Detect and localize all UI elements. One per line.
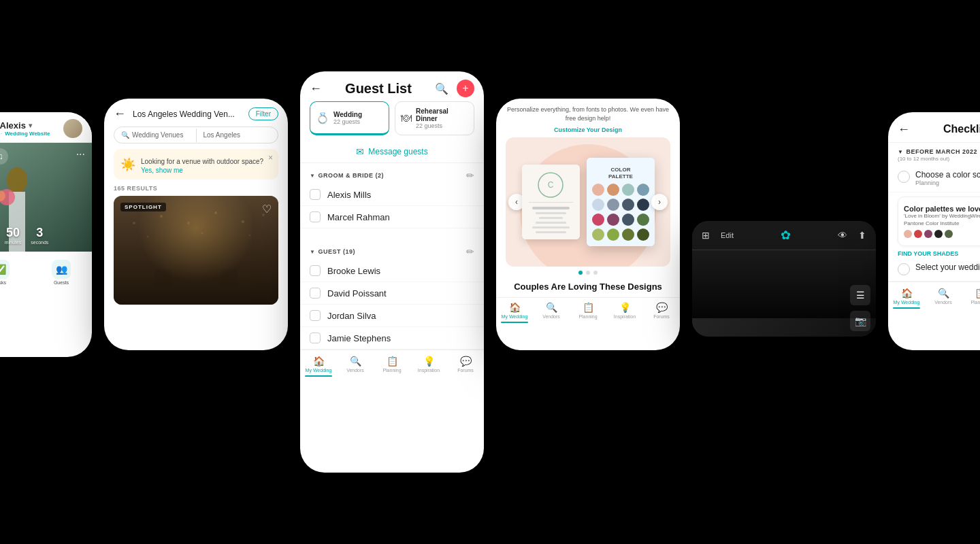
dot-3[interactable] [593, 271, 598, 275]
nav-forums[interactable]: 💬 Forums [447, 354, 484, 378]
vendors-icon: 🔍 [350, 356, 361, 367]
nav-vendors-c[interactable]: 🔍 Vendors [925, 286, 962, 310]
inspiration-bulb-icon: 💡 [619, 302, 631, 313]
guest-name: Marcel Rahman [327, 212, 390, 222]
color-swatch-4 [934, 230, 943, 238]
close-icon[interactable]: × [268, 153, 273, 163]
palette-title: Color palettes we love [904, 205, 980, 213]
minutes-counter: 50 minutes [5, 226, 22, 245]
photo-toolbar: ⊞ Edit ✿ 👁 ⬆ [692, 221, 876, 250]
guest-header: ← Guest List 🔍 + [300, 71, 484, 101]
nav-tasks[interactable]: ✅ Tasks [0, 257, 31, 288]
outdoor-text: Looking for a venue with outdoor space? [141, 158, 263, 165]
guest-item-jordan[interactable]: Jordan Silva [300, 305, 484, 327]
guest-item-jamie[interactable]: Jamie Stephens [300, 327, 484, 350]
nav-inspiration-w[interactable]: 💡 Inspiration [606, 301, 643, 324]
back-arrow-icon[interactable]: ← [114, 107, 126, 121]
guest-item-marcel[interactable]: Marcel Rahman [300, 206, 484, 228]
share-icon[interactable]: ⬆ [858, 230, 866, 241]
palette-sub: 'Love in Bloom' by WeddingWire x Pantone… [904, 213, 980, 227]
wedding-website-link[interactable]: Wedding Website [5, 131, 50, 137]
wedding-event-name: Wedding [333, 111, 362, 118]
add-guest-button[interactable]: + [457, 80, 474, 97]
svg-rect-37 [637, 184, 649, 196]
forums-chat-icon: 💬 [656, 302, 668, 313]
carousel-indicators [496, 267, 680, 279]
filter-button[interactable]: Filter [248, 107, 278, 120]
heart-icon[interactable]: ♡ [262, 203, 272, 216]
carousel-next-button[interactable]: › [651, 194, 668, 210]
avatar[interactable] [63, 119, 82, 138]
guest-item-brooke[interactable]: Brooke Lewis [300, 260, 484, 282]
tasks-icon: ✅ [0, 260, 10, 279]
nav-vendors-w[interactable]: 🔍 Vendors [533, 301, 570, 324]
guest-name: David Poissant [327, 288, 387, 299]
dot-2[interactable] [586, 271, 590, 275]
guest-checkbox[interactable] [310, 333, 321, 343]
svg-rect-24 [529, 202, 573, 203]
dot-1[interactable] [578, 271, 583, 275]
hero-dots-icon[interactable]: ··· [76, 148, 85, 160]
message-guests-button[interactable]: ✉ Message guests [300, 141, 484, 163]
venue-image [114, 196, 278, 305]
guest-name: Jamie Stephens [327, 333, 391, 343]
back-arrow-icon[interactable]: ← [898, 122, 910, 137]
nav-planning-w[interactable]: 📋 Planning [570, 301, 606, 324]
venue-search-field[interactable]: 🔍 Wedding Venues [114, 127, 196, 143]
couple-name[interactable]: Marc & Alexis ▾ [0, 120, 32, 131]
guest-checkbox[interactable] [310, 288, 321, 299]
wedding-event-card[interactable]: 💍 Wedding 22 guests [310, 101, 389, 135]
nav-guests[interactable]: 👥 Guests [31, 257, 92, 288]
nav-planning-c[interactable]: 📋 Planning [962, 286, 980, 310]
rehearsal-guest-count: 22 guests [416, 122, 468, 129]
nav-inspiration[interactable]: 💡 Inspiration [410, 354, 447, 378]
search-bar: 🔍 Wedding Venues Los Angeles [114, 126, 278, 143]
palette-colors [904, 230, 980, 238]
photo-side-controls: ☰ 📷 [845, 279, 876, 337]
nav-planning[interactable]: 📋 Planning [374, 354, 410, 378]
outdoor-link[interactable]: Yes, show me [141, 167, 263, 174]
guest-checkbox[interactable] [310, 211, 321, 222]
active-nav-indicator [501, 322, 528, 323]
svg-rect-42 [592, 214, 604, 226]
photo-screen: ⊞ Edit ✿ 👁 ⬆ [692, 221, 876, 337]
eye-icon[interactable]: 👁 [838, 230, 847, 241]
nav-forums-w[interactable]: 💬 Forums [643, 301, 680, 324]
guest-checkbox[interactable] [310, 310, 321, 321]
guest-checkbox[interactable] [310, 265, 321, 276]
location-field[interactable]: Los Angeles [197, 127, 278, 143]
nav-my-wedding-c[interactable]: 🏠 My Wedding [888, 286, 925, 310]
svg-rect-38 [592, 199, 604, 211]
menu-icon[interactable]: ☰ [850, 285, 870, 305]
venue-card[interactable]: SPOTLIGHT ♡ [114, 196, 278, 305]
camera-icon[interactable]: 📷 [850, 311, 870, 331]
guest-item-alexis[interactable]: Alexis Mills [300, 184, 484, 206]
edit-section-icon[interactable]: ✏ [466, 246, 474, 257]
guest-item-david[interactable]: David Poissant [300, 282, 484, 305]
grid-icon[interactable]: ⊞ [702, 230, 710, 241]
search-icon[interactable]: 🔍 [435, 82, 448, 95]
customize-link[interactable]: Customize Your Design [554, 126, 622, 133]
checklist-section-title: ▼ BEFORE MARCH 2022 [898, 148, 980, 155]
nav-vendors-bottom[interactable]: 🔍 Vendors [337, 354, 374, 378]
active-nav-indicator [893, 307, 920, 309]
guest-checkbox[interactable] [310, 189, 321, 200]
design-card-main[interactable]: COLOR PALETTE [587, 158, 655, 246]
rehearsal-event-card[interactable]: 🍽 Rehearsal Dinner 22 guests [395, 101, 474, 135]
countdown: 430 days 18 hours 50 minutes 3 seconds [0, 226, 92, 245]
triangle-down-icon: ▼ [898, 149, 903, 155]
wedding-guest-count: 22 guests [333, 118, 362, 125]
nav-my-wedding-w[interactable]: 🏠 My Wedding [496, 301, 533, 324]
svg-rect-27 [539, 217, 563, 219]
home-icon: 🏠 [901, 288, 913, 299]
edit-section-icon[interactable]: ✏ [466, 170, 474, 181]
triangle-down-icon: ▼ [310, 173, 315, 179]
checklist-circle-icon[interactable] [898, 171, 910, 183]
back-arrow-icon[interactable]: ← [310, 82, 322, 96]
edit-label[interactable]: Edit [721, 231, 734, 239]
find-shades-link[interactable]: FIND YOUR SHADES [888, 250, 980, 257]
nav-my-wedding[interactable]: 🏠 My Wedding [300, 354, 337, 378]
design-card-left[interactable]: C [522, 165, 580, 239]
guests-icon: 👥 [52, 260, 71, 279]
checklist-circle-icon[interactable] [898, 263, 910, 275]
